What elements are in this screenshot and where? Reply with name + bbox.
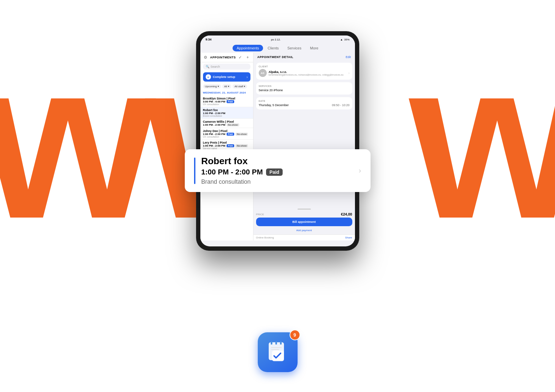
appt-time-row-2: 1:00 PM - 2:00 PM No-show bbox=[203, 123, 250, 126]
svg-rect-1 bbox=[271, 341, 272, 345]
main-area: ⚙ APPOINTMENTS ✓ + 🔍 Search bbox=[200, 53, 355, 240]
services-section: SERVICES Service 20 iPhone bbox=[256, 82, 352, 95]
price-label: PRICE bbox=[256, 213, 264, 216]
appt-time-1: 1:00 PM - 2:00 PM bbox=[203, 112, 226, 115]
date-day: Thursday, 5 December bbox=[259, 103, 289, 107]
appt-time-4: 1:00 PM - 2:00 PM bbox=[203, 144, 226, 147]
service-name: Service 20 iPhone bbox=[259, 89, 350, 92]
appt-time-row-1: 1:00 PM - 2:00 PM bbox=[203, 112, 250, 115]
price-value: €24,00 bbox=[341, 212, 352, 216]
appt-service-1: Brand consultation bbox=[203, 115, 250, 117]
online-booking-label: Online Booking bbox=[256, 236, 274, 239]
tablet-screen: 9:34 po 2.12. ▲ 35% Appointments Clients… bbox=[200, 35, 355, 246]
filter-staff[interactable]: All staff ▾ bbox=[233, 84, 247, 89]
appt-time-0: 3:00 PM - 4:00 PM bbox=[203, 100, 226, 103]
tablet-wrapper: 9:34 po 2.12. ▲ 35% Appointments Clients… bbox=[196, 32, 359, 250]
client-name: Alpaka, s.r.o. bbox=[269, 70, 344, 74]
bottom-bar: Online Booking Share bbox=[253, 234, 355, 240]
filter-all[interactable]: All ▾ bbox=[222, 84, 231, 89]
list-item[interactable]: Brooklyn Simon | Pixel 3:00 PM - 4:00 PM… bbox=[200, 96, 253, 107]
filter-upcoming[interactable]: Upcoming ▾ bbox=[203, 84, 221, 89]
floating-card: Robert fox 1:00 PM - 2:00 PM Paid Brand … bbox=[185, 149, 371, 192]
svg-rect-2 bbox=[275, 341, 277, 345]
search-bar[interactable]: 🔍 Search bbox=[203, 64, 250, 70]
header-left-icons: ⚙ bbox=[203, 55, 208, 60]
check-icon[interactable]: ✓ bbox=[238, 55, 243, 60]
appt-service-0: UX consultation bbox=[203, 103, 250, 105]
date-row: Thursday, 5 December 09:50 - 10:20 bbox=[259, 103, 350, 107]
status-bar: 9:34 po 2.12. ▲ 35% bbox=[200, 35, 355, 43]
appt-time-row-3: 1:00 PM - 2:00 PM Paid No-show bbox=[203, 133, 250, 136]
svg-rect-3 bbox=[280, 341, 282, 345]
appt-badge2-3: No-show bbox=[236, 133, 248, 136]
svg-rect-4 bbox=[271, 347, 282, 348]
left-panel: ⚙ APPOINTMENTS ✓ + 🔍 Search bbox=[200, 53, 253, 240]
complete-setup-button[interactable]: ● Complete setup › bbox=[203, 72, 250, 82]
tablet-device: 9:34 po 2.12. ▲ 35% Appointments Clients… bbox=[196, 32, 359, 250]
edit-button[interactable]: Edit bbox=[346, 55, 351, 59]
list-item[interactable]: Johny Dee | Pixel 1:00 PM - 2:00 PM Paid… bbox=[200, 128, 253, 140]
header-right-icons: ✓ + bbox=[238, 55, 250, 60]
client-label: CLIENT bbox=[259, 65, 350, 68]
card-chevron[interactable]: › bbox=[359, 166, 361, 175]
right-panel-header: APPOINTMENT DETAIL Edit bbox=[253, 53, 355, 61]
appt-name-1: Robert fox bbox=[203, 108, 250, 112]
tab-clients[interactable]: Clients bbox=[264, 45, 283, 51]
appt-name-3: Johny Dee | Pixel bbox=[203, 129, 250, 133]
filter-row: Upcoming ▾ All ▾ All staff ▾ bbox=[200, 83, 253, 90]
services-label: SERVICES bbox=[259, 85, 350, 87]
search-icon: 🔍 bbox=[206, 65, 209, 68]
wifi-icon: ▲ bbox=[340, 38, 343, 41]
detail-title: APPOINTMENT DETAIL bbox=[257, 55, 294, 59]
appt-service-3: UX consultation bbox=[203, 136, 250, 138]
appt-badge2-4: No-show bbox=[236, 144, 248, 147]
card-client-name: Robert fox bbox=[201, 156, 355, 166]
status-time: 9:34 bbox=[206, 38, 212, 41]
add-payment-link[interactable]: Add payment bbox=[256, 228, 352, 233]
tab-more[interactable]: More bbox=[306, 45, 322, 51]
setup-chevron: › bbox=[246, 75, 247, 79]
right-panel: APPOINTMENT DETAIL Edit CLIENT AS Alpaka… bbox=[253, 53, 355, 240]
appt-name-4: Lery Preis | Pixel bbox=[203, 141, 250, 144]
add-icon[interactable]: + bbox=[245, 55, 250, 60]
list-item[interactable]: Cameron Willis | Pixel 1:00 PM - 2:00 PM… bbox=[200, 119, 253, 128]
appt-time-2: 1:00 PM - 2:00 PM bbox=[203, 123, 226, 126]
client-emails: bzhbhblanting@invoices.eu, nshavca@invoi… bbox=[269, 74, 344, 76]
client-chevron: › bbox=[348, 71, 349, 75]
share-link[interactable]: Share bbox=[345, 236, 352, 239]
app-icon[interactable]: 9 bbox=[258, 332, 298, 372]
setup-icon: ● bbox=[206, 74, 211, 80]
drag-handle bbox=[298, 209, 311, 210]
battery-indicator: 35% bbox=[344, 38, 349, 41]
client-info: AS Alpaka, s.r.o. bzhbhblanting@invoices… bbox=[259, 69, 344, 77]
card-badge: Paid bbox=[266, 168, 283, 176]
list-item[interactable]: Robert fox 1:00 PM - 2:00 PM Brand consu… bbox=[200, 107, 253, 119]
date-label: DATE bbox=[259, 100, 350, 102]
appt-badge-0: Paid bbox=[227, 100, 234, 103]
avatar: AS bbox=[259, 69, 267, 77]
client-row[interactable]: AS Alpaka, s.r.o. bzhbhblanting@invoices… bbox=[259, 69, 350, 77]
tab-services[interactable]: Services bbox=[283, 45, 305, 51]
app-icon-svg bbox=[266, 341, 289, 364]
left-panel-header: ⚙ APPOINTMENTS ✓ + bbox=[200, 53, 253, 62]
appt-time-3: 1:00 PM - 2:00 PM bbox=[203, 133, 226, 136]
nav-tabs: Appointments Clients Services More bbox=[200, 43, 355, 53]
appt-time-row-0: 3:00 PM - 4:00 PM Paid bbox=[203, 100, 250, 103]
card-time-row: 1:00 PM - 2:00 PM Paid bbox=[201, 168, 355, 176]
date-time: 09:50 - 10:20 bbox=[332, 103, 349, 107]
appt-badge-2: No-show bbox=[227, 123, 239, 126]
appointments-title: APPOINTMENTS bbox=[210, 56, 236, 59]
appt-name-0: Brooklyn Simon | Pixel bbox=[203, 97, 250, 100]
date-header: WEDNESDAY, 21. AUGUST 2024 bbox=[200, 90, 253, 96]
appt-name-2: Cameron Willis | Pixel bbox=[203, 120, 250, 123]
settings-icon[interactable]: ⚙ bbox=[203, 55, 208, 60]
bill-button[interactable]: Bill appointment bbox=[256, 218, 352, 226]
notification-badge: 9 bbox=[290, 330, 300, 340]
date-section: DATE Thursday, 5 December 09:50 - 10:20 bbox=[256, 97, 352, 109]
appt-badge-3: Paid bbox=[227, 133, 234, 136]
setup-text: Complete setup bbox=[213, 75, 236, 79]
price-row: PRICE €24,00 bbox=[256, 211, 352, 218]
tab-appointments[interactable]: Appointments bbox=[233, 45, 263, 51]
app-icon-wrapper: 9 bbox=[258, 332, 298, 372]
status-date: po 2.12. bbox=[271, 38, 281, 41]
